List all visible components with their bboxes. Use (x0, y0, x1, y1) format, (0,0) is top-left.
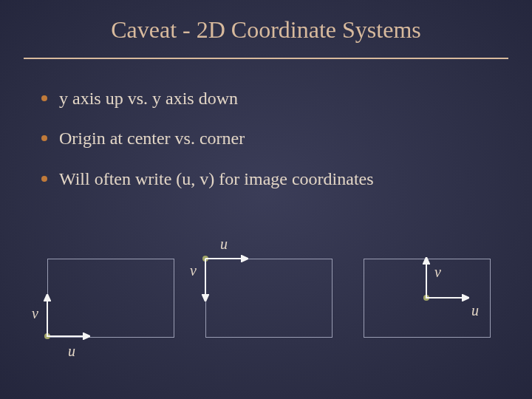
axis-v-arrow-up-icon (44, 294, 51, 338)
svg-marker-9 (423, 257, 429, 264)
diagram-box-left (47, 259, 174, 338)
svg-marker-5 (242, 256, 248, 262)
axis-u-arrow-right-icon (425, 294, 469, 301)
axis-label-v: v (434, 265, 441, 279)
axis-v-arrow-down-icon (202, 257, 209, 301)
diagram-box-middle (205, 259, 332, 338)
svg-marker-11 (463, 295, 469, 301)
axis-label-v: v (190, 263, 197, 278)
axis-label-u: u (68, 344, 75, 358)
axis-u-arrow-right-icon (204, 255, 248, 262)
svg-marker-3 (83, 333, 90, 339)
svg-marker-1 (44, 294, 50, 301)
axis-label-u: u (220, 236, 228, 251)
axis-label-u: u (471, 303, 479, 318)
axis-u-arrow-right-icon (46, 332, 90, 340)
slide: Caveat - 2D Coordinate Systems y axis up… (0, 0, 532, 399)
axis-label-v: v (32, 306, 38, 321)
svg-marker-7 (202, 295, 208, 301)
coordinate-diagrams: v u u v v u (0, 0, 532, 399)
